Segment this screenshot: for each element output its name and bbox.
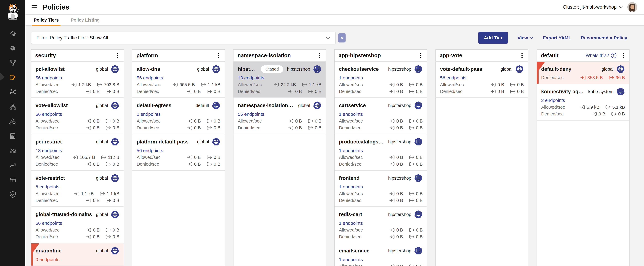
endpoints-link[interactable]: 56 endpoints	[36, 220, 62, 226]
traffic-metric-row: Denied/sec 0 B 0 B	[36, 198, 119, 203]
policy-card[interactable]: vote-default-pass global 56 endpoints Al…	[436, 62, 528, 98]
svg-text:ns: ns	[418, 252, 419, 254]
user-avatar[interactable]	[628, 2, 637, 12]
egress-value: 0 B	[112, 125, 119, 130]
tier-menu-button[interactable]	[621, 52, 625, 59]
policy-scope-label: global	[96, 176, 108, 181]
ingress-arrow-icon	[389, 126, 395, 130]
policy-card[interactable]: allow-dns global 56 endpoints Allowed/se…	[132, 62, 225, 98]
policy-scope-label: hipstershop	[388, 139, 411, 144]
egress-arrow-icon	[206, 162, 212, 166]
policy-card[interactable]: konnectivity-agent kube-system ns 2 endp…	[537, 84, 629, 120]
cluster-selector[interactable]: Cluster: jlt-msft-workshop	[563, 4, 623, 10]
endpoints-link[interactable]: 2 endpoints	[137, 112, 160, 117]
tab-policy-tiers[interactable]: Policy Tiers	[32, 14, 60, 26]
policies-icon	[9, 74, 16, 81]
egress-arrow-icon	[106, 162, 111, 166]
ingress-value: 0 B	[396, 198, 403, 203]
sidebar-item-home[interactable]	[0, 26, 26, 41]
policy-card[interactable]: pci-restrict global 13 endpoints Allowed…	[31, 134, 124, 171]
sidebar-item-policies[interactable]	[0, 70, 26, 85]
endpoints-link[interactable]: 1 endpoints	[339, 148, 363, 153]
sidebar-item-threat-defense[interactable]	[0, 187, 26, 202]
endpoints-link[interactable]: 6 endpoints	[36, 184, 60, 190]
chevron-down-icon	[326, 36, 330, 39]
endpoints-link[interactable]: 1 endpoints	[339, 112, 363, 117]
ingress-value: 0 B	[295, 118, 302, 124]
recommend-policy-button[interactable]: Recommend a Policy	[581, 35, 627, 40]
tab-policy-listing[interactable]: Policy Listing	[69, 14, 102, 26]
endpoints-link[interactable]: 0 endpoints	[36, 257, 60, 262]
namespace-badge-icon: ns	[414, 65, 423, 74]
endpoints-link[interactable]: 1 endpoints	[339, 220, 363, 226]
sidebar-item-activity[interactable]	[0, 158, 26, 172]
hamburger-menu-icon[interactable]	[32, 5, 37, 10]
endpoints-link[interactable]: 1 endpoints	[339, 75, 363, 80]
ingress-arrow-icon	[580, 75, 586, 80]
egress-value: 703.8 B	[104, 82, 119, 87]
endpoints-link[interactable]: 1 endpoints	[339, 257, 363, 262]
ingress-arrow-icon	[490, 82, 496, 87]
policy-card[interactable]: hipstershop-gh… Staged hipstershop ns 13…	[234, 62, 326, 98]
sidebar-item-flow-logs[interactable]	[0, 143, 26, 158]
endpoints-link[interactable]: 13 endpoints	[36, 148, 62, 153]
tier-menu-button[interactable]	[419, 52, 423, 59]
policy-card[interactable]: default-egress default ns 2 endpoints Al…	[132, 98, 225, 134]
add-tier-button[interactable]: Add Tier	[478, 32, 508, 44]
endpoints-link[interactable]: 56 endpoints	[440, 75, 466, 80]
sidebar-item-network-sets[interactable]	[0, 85, 26, 99]
tier-menu-button[interactable]	[116, 52, 120, 59]
toolbar: Filter: Policy Traffic filter: Show All …	[31, 32, 644, 44]
endpoints-link[interactable]: 2 endpoints	[541, 98, 565, 103]
endpoints-link[interactable]: 56 endpoints	[238, 112, 264, 117]
ingress-arrow-icon	[288, 119, 294, 123]
endpoints-link[interactable]: 13 endpoints	[238, 75, 264, 80]
sidebar-item-compliance-reports[interactable]	[0, 128, 26, 143]
policy-card[interactable]: pci-allowlist global 56 endpoints Allowe…	[31, 62, 124, 98]
export-yaml-button[interactable]: Export YAML	[543, 35, 571, 40]
globe-badge-icon	[111, 174, 119, 182]
metric-label: Allowed/sec	[36, 155, 60, 160]
sidebar-item-dashboard[interactable]	[0, 41, 26, 56]
egress-value: 0 B	[517, 89, 524, 94]
view-menu-button[interactable]: View	[518, 35, 533, 40]
endpoints-link[interactable]: 56 endpoints	[36, 112, 62, 117]
egress-value: 0 B	[315, 125, 322, 130]
tier-menu-button[interactable]	[318, 52, 322, 59]
clear-filter-button[interactable]: ✕	[338, 33, 346, 42]
sidebar-item-endpoints[interactable]	[0, 99, 26, 114]
endpoints-link[interactable]: 56 endpoints	[137, 148, 163, 153]
endpoints-link[interactable]: 56 endpoints	[137, 75, 163, 80]
traffic-filter-select[interactable]: Filter: Policy Traffic filter: Show All	[31, 32, 336, 44]
policy-card[interactable]: frontend hipstershop ns 1 endpoints Allo…	[334, 171, 427, 207]
policy-card[interactable]: quarantine global 0 endpoints	[31, 243, 124, 266]
traffic-metric-row: Denied/sec 0 B 0 B	[238, 125, 322, 130]
ingress-value: 0 B	[396, 155, 403, 160]
ingress-arrow-icon	[389, 82, 395, 87]
policy-card[interactable]: vote-allowlist global 56 endpoints Allow…	[31, 98, 124, 134]
policy-card[interactable]: namespace-isolation-default-p… global 56…	[234, 98, 326, 134]
policy-card[interactable]: vote-restrict global 6 endpoints Allowed…	[31, 171, 124, 207]
policy-card[interactable]: emailservice hipstershop ns 1 endpoints …	[334, 243, 427, 266]
policy-card[interactable]: cartservice hipstershop ns 1 endpoints A…	[334, 98, 427, 134]
tier-whats-this-link[interactable]: Whats this? ?	[586, 53, 616, 58]
tier-menu-button[interactable]	[216, 52, 221, 59]
policy-card[interactable]: productcatalogservice hipstershop ns 1 e…	[334, 134, 427, 171]
policy-card[interactable]: platform-default-pass global 56 endpoint…	[132, 134, 225, 171]
endpoints-link[interactable]: 56 endpoints	[36, 75, 62, 80]
ingress-value: 0 B	[194, 118, 201, 124]
sidebar-item-packet-capture[interactable]	[0, 172, 26, 187]
egress-value: 0 B	[214, 118, 220, 124]
policy-card[interactable]: redis-cart hipstershop ns 1 endpoints Al…	[334, 207, 427, 243]
sidebar-item-service-graph[interactable]	[0, 56, 26, 70]
egress-arrow-icon	[206, 155, 212, 160]
endpoints-link[interactable]: 1 endpoints	[339, 184, 363, 190]
sidebar-item-workloads[interactable]	[0, 114, 26, 128]
ingress-arrow-icon	[74, 191, 80, 196]
policy-card[interactable]: checkoutservice hipstershop ns 1 endpoin…	[334, 62, 427, 98]
policy-card[interactable]: default-deny global Denied/sec 353.5 B 9…	[537, 62, 629, 84]
policy-scope-label: global	[602, 67, 614, 72]
tier-menu-button[interactable]	[520, 52, 524, 59]
policy-card[interactable]: global-trusted-domains global 56 endpoin…	[31, 207, 124, 243]
egress-value: 0 B	[618, 112, 625, 116]
